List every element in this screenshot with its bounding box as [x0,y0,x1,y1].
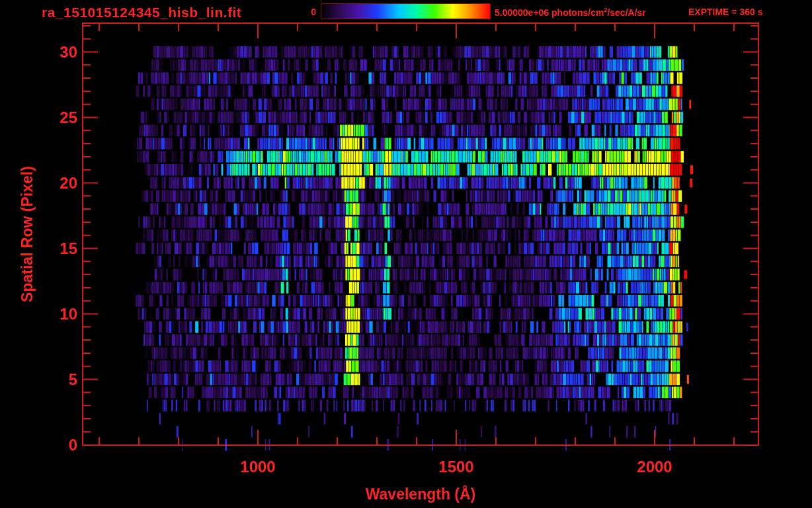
x-tick-label: 1000 [218,458,298,476]
y-axis-title: Spatial Row (Pixel) [19,102,36,366]
colorbar-min-label: 0 [284,7,316,17]
y-tick-label: 25 [36,108,77,127]
exptime-label: EXPTIME = 360 s [688,7,762,17]
colorbar-gradient [321,3,491,19]
y-tick-label: 20 [36,174,77,192]
x-tick-label: 2000 [615,458,694,476]
colorbar-max-label: 5.00000e+06 photons/cm2/sec/A/sr [495,7,646,18]
y-tick-label: 30 [36,43,77,62]
spectrogram-heatmap-canvas [0,0,812,508]
fits-spectrogram-viewer: ra_151015124345_hisb_lin.fit 0 5.00000e+… [0,0,812,508]
colorbar-max-units-rest: /sec/A/sr [607,7,645,18]
file-title: ra_151015124345_hisb_lin.fit [42,5,241,21]
x-axis-title: Wavelength (Å) [321,486,520,503]
y-tick-label: 15 [36,239,77,258]
colorbar-max-value-units: 5.00000e+06 photons/cm [495,7,604,18]
x-tick-label: 1500 [417,458,496,476]
y-tick-label: 10 [36,305,77,323]
y-tick-label: 5 [36,370,77,389]
y-tick-label: 0 [36,436,77,454]
